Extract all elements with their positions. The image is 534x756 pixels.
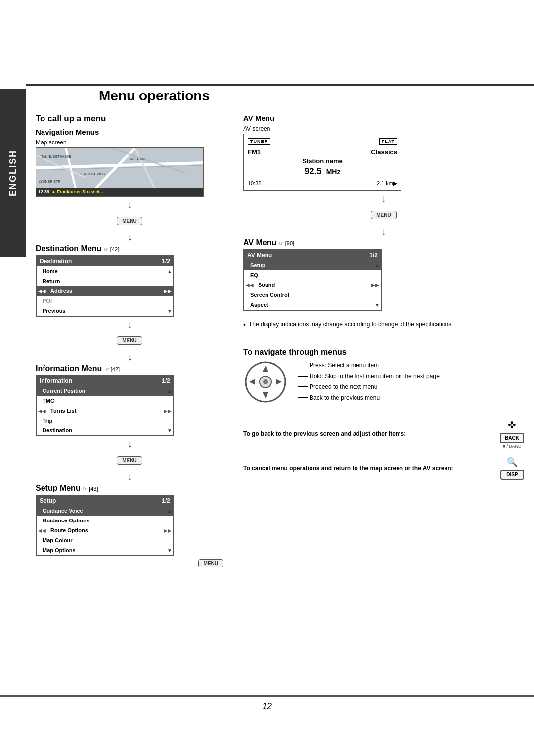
av-time: 10:35 <box>248 180 262 187</box>
setup-row-map-colour: Map Colour <box>37 535 173 545</box>
av-screen-inner: TUNER FLAT FM1 Classics Station name 92.… <box>244 134 401 190</box>
av-distance: 2.1 km▶ <box>377 180 397 187</box>
arrow-after-menu1: ↓ <box>36 230 223 244</box>
av-menu-header: AV Menu 1/2 <box>244 250 381 260</box>
arrow-av-menu: ↓ <box>243 191 524 206</box>
info-row-tmc: TMC <box>37 396 173 406</box>
av-row-sound: ◀◀ Sound ▶▶ <box>244 280 381 290</box>
info-row-destination: Destination ▼ <box>37 425 173 435</box>
map-screen-label: Map screen <box>36 139 223 146</box>
menu-btn-inner-1: MENU <box>117 217 142 225</box>
setup-row-guidance-voice: Guidance Voice ▲ <box>37 506 173 516</box>
destination-menu-box: Destination 1/2 Home ▲ Return ◀◀ Address… <box>36 255 174 317</box>
dest-row-home: Home ▲ <box>37 266 173 276</box>
nav-line-2 <box>298 376 308 377</box>
svg-text:LYONER STR: LYONER STR <box>39 180 60 183</box>
main-content: To call up a menu Navigation Menus Map s… <box>26 109 534 572</box>
svg-marker-16 <box>249 379 255 385</box>
setup-menu-box: Setup 1/2 Guidance Voice ▲ Guidance Opti… <box>36 495 174 556</box>
navigate-heading: To navigate through menus <box>243 348 524 357</box>
navigate-labels: Press: Select a menu item Hold: Skip to … <box>298 360 440 401</box>
av-row-eq: EQ <box>244 270 381 280</box>
av-section-label: AV Menu <box>243 114 524 122</box>
back-button-group: ✤ BACK ■ / BAND <box>500 419 524 449</box>
disp-icon: 🔍 <box>507 457 518 468</box>
left-column: To call up a menu Navigation Menus Map s… <box>26 109 233 572</box>
top-border <box>26 84 534 86</box>
to-call-heading: To call up a menu <box>36 114 223 124</box>
svg-point-18 <box>263 379 268 384</box>
back-icon: ✤ <box>508 419 516 431</box>
setup-row-guidance-options: Guidance Options <box>37 516 173 525</box>
av-row-setup: Setup ▲ <box>244 260 381 270</box>
back-button-sub: ■ / BAND <box>503 444 522 449</box>
nav-line-4 <box>298 397 308 398</box>
menu-btn-av: MENU <box>243 208 524 222</box>
setup-menu-label: Setup Menu ☞ [43] <box>36 484 223 493</box>
svg-marker-14 <box>263 366 268 372</box>
dest-row-return: Return <box>37 276 173 286</box>
menu-btn-3: MENU <box>36 453 223 467</box>
info-menu-label: Information Menu ☞ [42] <box>36 364 223 373</box>
menu-btn-inner-3: MENU <box>117 456 142 465</box>
map-screen-box: TAUNUSSTRASSE GALLUSHWEG IM KRAM... LYON… <box>36 147 204 197</box>
av-menu-section: AV Menu AV screen TUNER FLAT FM1 Classic… <box>243 114 524 311</box>
nav-menus-label: Navigation Menus <box>36 128 223 136</box>
av-fm1: FM1 <box>248 148 261 156</box>
dest-row-previous: Previous ▼ <box>37 306 173 316</box>
map-time: 12:39 <box>38 189 49 194</box>
nav-line-3 <box>298 386 308 387</box>
disp-button-text: To cancel menu operations and return to … <box>243 465 492 472</box>
map-bottom-bar: 12:39 ▲ Frankfurter Strasse/... <box>36 188 203 196</box>
svg-text:GALLUSHWEG: GALLUSHWEG <box>81 172 105 176</box>
information-menu-box: Information 1/2 Current Position ▲ TMC ◀… <box>36 375 174 436</box>
disp-button-group: 🔍 DISP <box>500 457 524 480</box>
info-menu-header: Information 1/2 <box>37 376 173 386</box>
back-button[interactable]: BACK <box>500 433 524 443</box>
av-station-row: Station name <box>248 157 397 165</box>
bullet-note: • The display indications may change acc… <box>243 321 524 329</box>
av-freq-row: 92.5 MHz <box>248 166 397 177</box>
navigate-section: To navigate through menus <box>243 348 524 404</box>
menu-btn-2: MENU <box>36 333 223 347</box>
arrow-nav-to-dest: ↓ <box>36 197 223 212</box>
disp-button[interactable]: DISP <box>500 470 524 480</box>
map-svg: TAUNUSSTRASSE GALLUSHWEG IM KRAM... LYON… <box>36 148 203 189</box>
svg-text:IM KRAM...: IM KRAM... <box>130 157 148 161</box>
english-sidebar: ENGLISH <box>0 89 26 257</box>
dest-menu-label: Destination Menu ☞ [42] <box>36 244 223 253</box>
av-fm-row: FM1 Classics <box>248 148 397 156</box>
dest-menu-header: Destination 1/2 <box>37 256 173 266</box>
av-classics: Classics <box>371 148 397 156</box>
nav-label-next: Proceed to the next menu <box>298 383 440 390</box>
menu-btn-1: MENU <box>36 214 223 228</box>
av-screen-label: AV screen <box>243 125 524 132</box>
menu-btn-inner-bottom: MENU <box>198 559 223 567</box>
av-menu-label: AV Menu ☞ [90] <box>243 238 524 247</box>
language-label: ENGLISH <box>8 150 18 196</box>
info-row-currentpos: Current Position ▲ <box>37 386 173 396</box>
svg-marker-15 <box>263 392 268 398</box>
menu-btn-bottom-area: MENU <box>36 559 223 567</box>
arrow-after-menu3: ↓ <box>36 469 223 484</box>
page-number: 12 <box>262 701 272 711</box>
nav-label-press: Press: Select a menu item <box>298 362 440 369</box>
av-bottom-row: 10:35 2.1 km▶ <box>248 180 397 187</box>
av-tuner-badge: TUNER <box>248 138 270 145</box>
menu-btn-inner-av: MENU <box>371 211 396 219</box>
arrow-after-menu2: ↓ <box>36 349 223 364</box>
nav-label-back: Back to the previous menu <box>298 394 440 401</box>
av-screen-box: TUNER FLAT FM1 Classics Station name 92.… <box>243 134 401 191</box>
back-button-text: To go back to the previous screen and ad… <box>243 430 492 437</box>
av-flat-badge: FLAT <box>379 138 397 145</box>
bottom-bar <box>0 695 534 697</box>
menu-btn-inner-2: MENU <box>117 336 142 345</box>
setup-row-map-options: Map Options ▼ <box>37 545 173 555</box>
av-top-row: TUNER FLAT <box>248 138 397 145</box>
back-button-stack: BACK ■ / BAND <box>500 433 524 449</box>
av-menu-box: AV Menu 1/2 Setup ▲ EQ ◀◀ Sound ▶▶ <box>243 249 382 311</box>
map-location: ▲ Frankfurter Strasse/... <box>51 189 103 194</box>
info-row-turnslist: ◀◀ Turns List ▶▶ <box>37 406 173 416</box>
arrow-after-dest: ↓ <box>36 317 223 331</box>
nav-label-hold: Hold: Skip to the first menu item on the… <box>298 373 440 379</box>
